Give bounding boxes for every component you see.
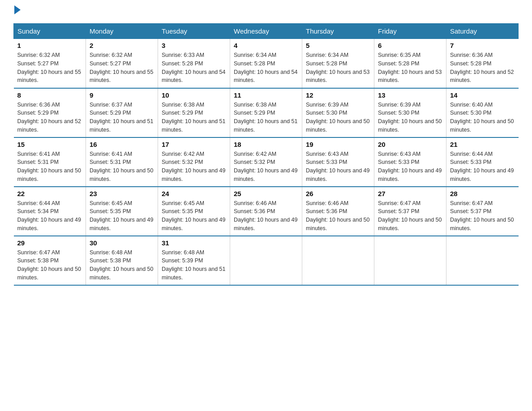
table-row: 11 Sunrise: 6:38 AMSunset: 5:29 PMDaylig… bbox=[230, 88, 302, 137]
day-info: Sunrise: 6:38 AMSunset: 5:29 PMDaylight:… bbox=[234, 102, 297, 133]
table-row: 22 Sunrise: 6:44 AMSunset: 5:34 PMDaylig… bbox=[14, 187, 86, 236]
header-tuesday: Tuesday bbox=[158, 24, 230, 39]
day-number: 26 bbox=[306, 190, 370, 197]
table-row: 21 Sunrise: 6:44 AMSunset: 5:33 PMDaylig… bbox=[446, 137, 519, 187]
day-number: 3 bbox=[162, 42, 226, 49]
day-info: Sunrise: 6:34 AMSunset: 5:28 PMDaylight:… bbox=[234, 52, 297, 83]
day-number: 9 bbox=[90, 91, 154, 99]
day-number: 4 bbox=[234, 42, 298, 49]
day-number: 20 bbox=[378, 141, 442, 148]
day-number: 16 bbox=[90, 141, 154, 148]
table-row: 3 Sunrise: 6:33 AMSunset: 5:28 PMDayligh… bbox=[158, 39, 230, 88]
table-row: 13 Sunrise: 6:39 AMSunset: 5:30 PMDaylig… bbox=[374, 88, 446, 137]
table-row: 4 Sunrise: 6:34 AMSunset: 5:28 PMDayligh… bbox=[230, 39, 302, 88]
day-number: 12 bbox=[306, 91, 370, 99]
day-info: Sunrise: 6:48 AMSunset: 5:38 PMDaylight:… bbox=[90, 249, 153, 281]
day-number: 2 bbox=[90, 42, 154, 49]
day-info: Sunrise: 6:43 AMSunset: 5:33 PMDaylight:… bbox=[306, 151, 369, 182]
day-number: 25 bbox=[234, 190, 298, 197]
table-row: 9 Sunrise: 6:37 AMSunset: 5:29 PMDayligh… bbox=[86, 88, 158, 137]
header-thursday: Thursday bbox=[302, 24, 374, 39]
page-header bbox=[13, 9, 519, 14]
day-info: Sunrise: 6:34 AMSunset: 5:28 PMDaylight:… bbox=[306, 52, 369, 83]
table-row bbox=[230, 236, 302, 285]
table-row: 20 Sunrise: 6:43 AMSunset: 5:33 PMDaylig… bbox=[374, 137, 446, 187]
day-info: Sunrise: 6:37 AMSunset: 5:29 PMDaylight:… bbox=[90, 102, 153, 133]
day-info: Sunrise: 6:43 AMSunset: 5:33 PMDaylight:… bbox=[378, 151, 442, 182]
table-row bbox=[446, 236, 519, 285]
day-number: 27 bbox=[378, 190, 442, 197]
day-number: 28 bbox=[450, 190, 515, 197]
table-row: 16 Sunrise: 6:41 AMSunset: 5:31 PMDaylig… bbox=[86, 137, 158, 187]
day-info: Sunrise: 6:47 AMSunset: 5:38 PMDaylight:… bbox=[17, 249, 81, 281]
calendar-table: Sunday Monday Tuesday Wednesday Thursday… bbox=[13, 23, 519, 286]
table-row: 17 Sunrise: 6:42 AMSunset: 5:32 PMDaylig… bbox=[158, 137, 230, 187]
day-info: Sunrise: 6:45 AMSunset: 5:35 PMDaylight:… bbox=[90, 200, 153, 231]
day-info: Sunrise: 6:44 AMSunset: 5:34 PMDaylight:… bbox=[17, 200, 81, 231]
header-monday: Monday bbox=[86, 24, 158, 39]
table-row: 27 Sunrise: 6:47 AMSunset: 5:37 PMDaylig… bbox=[374, 187, 446, 236]
day-info: Sunrise: 6:46 AMSunset: 5:36 PMDaylight:… bbox=[306, 200, 369, 231]
day-info: Sunrise: 6:41 AMSunset: 5:31 PMDaylight:… bbox=[90, 151, 153, 182]
day-number: 23 bbox=[90, 190, 154, 197]
table-row: 1 Sunrise: 6:32 AMSunset: 5:27 PMDayligh… bbox=[14, 39, 86, 88]
table-row: 8 Sunrise: 6:36 AMSunset: 5:29 PMDayligh… bbox=[14, 88, 86, 137]
day-number: 19 bbox=[306, 141, 370, 148]
day-info: Sunrise: 6:32 AMSunset: 5:27 PMDaylight:… bbox=[17, 52, 81, 83]
day-number: 24 bbox=[162, 190, 226, 197]
day-number: 17 bbox=[162, 141, 226, 148]
calendar-week-row: 8 Sunrise: 6:36 AMSunset: 5:29 PMDayligh… bbox=[14, 88, 519, 137]
day-number: 13 bbox=[378, 91, 442, 99]
day-info: Sunrise: 6:39 AMSunset: 5:30 PMDaylight:… bbox=[306, 102, 369, 133]
logo-arrow-icon bbox=[14, 5, 21, 14]
day-number: 31 bbox=[162, 239, 226, 247]
day-info: Sunrise: 6:45 AMSunset: 5:35 PMDaylight:… bbox=[162, 200, 225, 231]
header-wednesday: Wednesday bbox=[230, 24, 302, 39]
table-row: 12 Sunrise: 6:39 AMSunset: 5:30 PMDaylig… bbox=[302, 88, 374, 137]
table-row: 14 Sunrise: 6:40 AMSunset: 5:30 PMDaylig… bbox=[446, 88, 519, 137]
calendar-week-row: 1 Sunrise: 6:32 AMSunset: 5:27 PMDayligh… bbox=[14, 39, 519, 88]
day-number: 6 bbox=[378, 42, 442, 49]
logo bbox=[13, 9, 21, 14]
table-row bbox=[374, 236, 446, 285]
table-row: 25 Sunrise: 6:46 AMSunset: 5:36 PMDaylig… bbox=[230, 187, 302, 236]
header-sunday: Sunday bbox=[14, 24, 86, 39]
day-info: Sunrise: 6:44 AMSunset: 5:33 PMDaylight:… bbox=[450, 151, 514, 182]
table-row: 6 Sunrise: 6:35 AMSunset: 5:28 PMDayligh… bbox=[374, 39, 446, 88]
table-row: 23 Sunrise: 6:45 AMSunset: 5:35 PMDaylig… bbox=[86, 187, 158, 236]
day-info: Sunrise: 6:32 AMSunset: 5:27 PMDaylight:… bbox=[90, 52, 153, 83]
day-info: Sunrise: 6:46 AMSunset: 5:36 PMDaylight:… bbox=[234, 200, 297, 231]
day-number: 18 bbox=[234, 141, 298, 148]
day-number: 22 bbox=[17, 190, 82, 197]
calendar-header-row: Sunday Monday Tuesday Wednesday Thursday… bbox=[14, 24, 519, 39]
day-info: Sunrise: 6:42 AMSunset: 5:32 PMDaylight:… bbox=[162, 151, 225, 182]
day-number: 5 bbox=[306, 42, 370, 49]
table-row: 28 Sunrise: 6:47 AMSunset: 5:37 PMDaylig… bbox=[446, 187, 519, 236]
table-row: 5 Sunrise: 6:34 AMSunset: 5:28 PMDayligh… bbox=[302, 39, 374, 88]
day-info: Sunrise: 6:47 AMSunset: 5:37 PMDaylight:… bbox=[450, 200, 514, 231]
day-info: Sunrise: 6:35 AMSunset: 5:28 PMDaylight:… bbox=[378, 52, 442, 83]
day-info: Sunrise: 6:38 AMSunset: 5:29 PMDaylight:… bbox=[162, 102, 225, 133]
table-row: 15 Sunrise: 6:41 AMSunset: 5:31 PMDaylig… bbox=[14, 137, 86, 187]
day-info: Sunrise: 6:36 AMSunset: 5:28 PMDaylight:… bbox=[450, 52, 514, 83]
table-row: 19 Sunrise: 6:43 AMSunset: 5:33 PMDaylig… bbox=[302, 137, 374, 187]
table-row: 30 Sunrise: 6:48 AMSunset: 5:38 PMDaylig… bbox=[86, 236, 158, 285]
day-info: Sunrise: 6:39 AMSunset: 5:30 PMDaylight:… bbox=[378, 102, 442, 133]
day-number: 8 bbox=[17, 91, 82, 99]
day-number: 15 bbox=[17, 141, 82, 148]
day-info: Sunrise: 6:36 AMSunset: 5:29 PMDaylight:… bbox=[17, 102, 81, 133]
table-row: 31 Sunrise: 6:48 AMSunset: 5:39 PMDaylig… bbox=[158, 236, 230, 285]
day-number: 1 bbox=[17, 42, 82, 49]
day-info: Sunrise: 6:47 AMSunset: 5:37 PMDaylight:… bbox=[378, 200, 442, 231]
calendar-week-row: 22 Sunrise: 6:44 AMSunset: 5:34 PMDaylig… bbox=[14, 187, 519, 236]
day-number: 21 bbox=[450, 141, 515, 148]
table-row: 7 Sunrise: 6:36 AMSunset: 5:28 PMDayligh… bbox=[446, 39, 519, 88]
day-number: 30 bbox=[90, 239, 154, 247]
header-saturday: Saturday bbox=[446, 24, 519, 39]
day-info: Sunrise: 6:41 AMSunset: 5:31 PMDaylight:… bbox=[17, 151, 81, 182]
day-number: 29 bbox=[17, 239, 82, 247]
day-info: Sunrise: 6:48 AMSunset: 5:39 PMDaylight:… bbox=[162, 249, 225, 281]
table-row: 2 Sunrise: 6:32 AMSunset: 5:27 PMDayligh… bbox=[86, 39, 158, 88]
table-row: 29 Sunrise: 6:47 AMSunset: 5:38 PMDaylig… bbox=[14, 236, 86, 285]
day-number: 10 bbox=[162, 91, 226, 99]
